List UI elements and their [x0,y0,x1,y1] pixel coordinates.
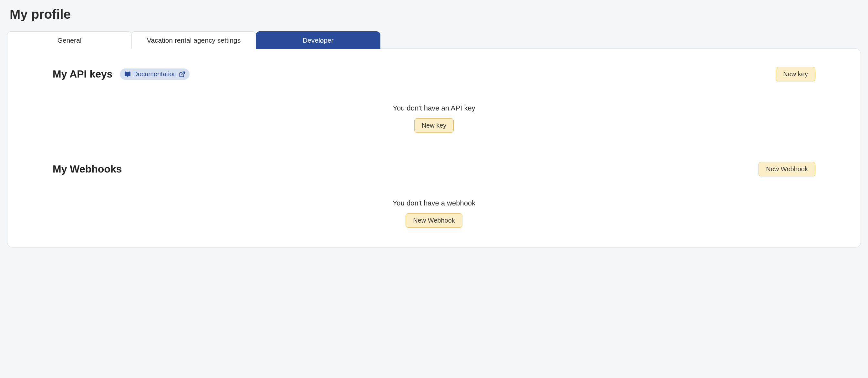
api-keys-header: My API keys Documentation [53,67,815,81]
tab-general[interactable]: General [7,31,132,49]
new-key-button[interactable]: New key [776,67,815,81]
webhooks-title: My Webhooks [53,163,122,175]
new-webhook-button-empty[interactable]: New Webhook [406,213,462,228]
page-title: My profile [10,7,861,22]
api-keys-empty: You don't have an API key New key [53,104,815,133]
tab-developer[interactable]: Developer [256,31,380,49]
documentation-label: Documentation [133,70,177,78]
documentation-link[interactable]: Documentation [120,68,190,80]
webhooks-empty-text: You don't have a webhook [393,199,476,207]
new-webhook-button[interactable]: New Webhook [758,162,815,176]
api-keys-empty-text: You don't have an API key [393,104,475,112]
tab-vacation-settings[interactable]: Vacation rental agency settings [131,31,256,49]
book-icon [124,71,131,77]
webhooks-header: My Webhooks New Webhook [53,162,815,176]
new-key-button-empty[interactable]: New key [414,118,454,133]
webhooks-empty: You don't have a webhook New Webhook [53,199,815,228]
developer-panel: My API keys Documentation [7,49,861,248]
tabs: General Vacation rental agency settings … [7,31,861,49]
external-link-icon [179,71,185,77]
api-keys-title: My API keys [53,68,113,80]
